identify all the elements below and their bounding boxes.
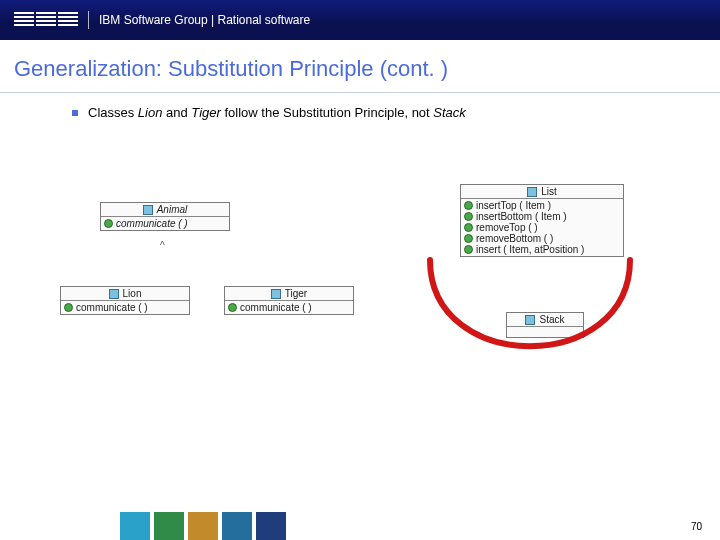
header-divider <box>88 11 89 29</box>
bullet-text: Classes Lion and Tiger follow the Substi… <box>88 105 466 120</box>
operation-label: removeTop ( ) <box>476 222 538 233</box>
class-icon <box>109 289 119 299</box>
operation-icon <box>104 219 113 228</box>
class-name: Tiger <box>285 288 307 299</box>
operation-label: insertTop ( Item ) <box>476 200 551 211</box>
operation-label: removeBottom ( ) <box>476 233 553 244</box>
class-name: List <box>541 186 557 197</box>
uml-class-lion: Lion communicate ( ) <box>60 286 190 315</box>
bullet-icon <box>72 110 78 116</box>
class-icon <box>143 205 153 215</box>
operation-icon <box>228 303 237 312</box>
class-icon <box>525 315 535 325</box>
class-name: Animal <box>157 204 188 215</box>
ibm-logo <box>14 12 78 28</box>
generalization-caret: ^ <box>160 240 165 251</box>
operation-icon <box>464 201 473 210</box>
bullet-item: Classes Lion and Tiger follow the Substi… <box>0 105 720 120</box>
operation-label: communicate ( ) <box>240 302 312 313</box>
class-name: Stack <box>539 314 564 325</box>
operation-icon <box>64 303 73 312</box>
uml-class-tiger: Tiger communicate ( ) <box>224 286 354 315</box>
class-icon <box>527 187 537 197</box>
operation-label: communicate ( ) <box>76 302 148 313</box>
page-number: 70 <box>691 521 720 532</box>
header-bar: IBM Software Group | Rational software <box>0 0 720 40</box>
operation-label: communicate ( ) <box>116 218 188 229</box>
uml-class-animal: Animal communicate ( ) <box>100 202 230 231</box>
operation-label: insert ( Item, atPosition ) <box>476 244 584 255</box>
operation-icon <box>464 234 473 243</box>
page-title: Generalization: Substitution Principle (… <box>0 40 720 93</box>
operation-label: insertBottom ( Item ) <box>476 211 567 222</box>
uml-class-stack: Stack <box>506 312 584 338</box>
operation-icon <box>464 223 473 232</box>
uml-class-list: List insertTop ( Item ) insertBottom ( I… <box>460 184 624 257</box>
class-name: Lion <box>123 288 142 299</box>
footer-bar: 70 <box>0 512 720 540</box>
operation-icon <box>464 245 473 254</box>
footer-graphic-strip <box>0 512 286 540</box>
header-text: IBM Software Group | Rational software <box>99 13 310 27</box>
diagram-area: Animal communicate ( ) ^ Lion communicat… <box>0 170 720 540</box>
class-icon <box>271 289 281 299</box>
operation-icon <box>464 212 473 221</box>
